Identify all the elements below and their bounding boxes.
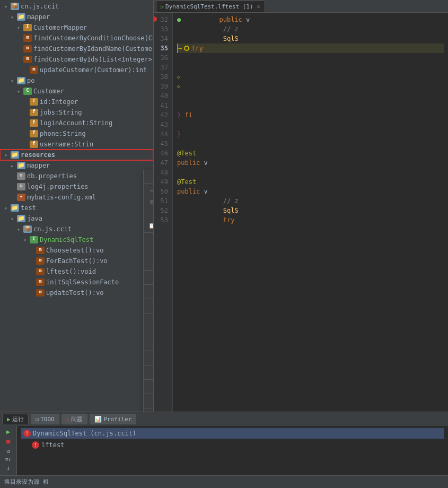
method-icon xyxy=(23,56,32,63)
menu-separator xyxy=(144,299,154,299)
menu-item-replace-in-files[interactable]: 在文件中替换(A)... xyxy=(144,257,154,269)
menu-item-analyze[interactable]: 分析(Z) ▶ xyxy=(144,272,154,283)
run-tree-item-dynamic-sql-test[interactable]: ! DynamicSqlTest (cn.js.ccit) xyxy=(21,428,444,439)
menu-separator xyxy=(144,394,154,394)
menu-item-optimize-imports[interactable]: 优化 import(Z) Ctrl+Alt+O xyxy=(144,326,154,338)
line-num-35: 35 xyxy=(154,43,168,53)
run-arrow-down-btn[interactable]: ↓ xyxy=(3,464,14,472)
tab-problems[interactable]: ⚠ 问题 xyxy=(62,414,88,424)
tree-item-cn-js-ccit-test[interactable]: cn.js.ccit xyxy=(0,224,153,234)
tree-item-init-sql[interactable]: initSqlSessionFacto xyxy=(0,277,153,287)
tree-item-id[interactable]: id:Integer xyxy=(0,97,153,107)
folder-icon xyxy=(11,204,19,212)
tab-profiler-label: Profiler xyxy=(103,416,131,423)
menu-item-reformat[interactable]: 重新格式化代码(R) Ctrl+Alt+L xyxy=(144,315,154,326)
menu-item-favorites[interactable]: 添加到收藏夹(A) ▶ xyxy=(144,300,154,312)
menu-item-cut[interactable]: ✂ 剪切(I) Ctrl+X xyxy=(144,185,154,196)
menu-separator xyxy=(144,183,154,184)
tree-item-customer-mapper[interactable]: CustomerMapper xyxy=(0,22,153,33)
code-line-36 xyxy=(177,53,444,63)
tree-item-customer-class[interactable]: Customer xyxy=(0,86,153,97)
tree-item-test[interactable]: test xyxy=(0,203,153,213)
menu-item-delete[interactable]: 删除(D)... Delete xyxy=(144,338,154,350)
arrow-icon xyxy=(4,205,11,211)
tree-item-update-customer[interactable]: updateCustomer(Customer):int xyxy=(0,65,153,75)
code-line-41 xyxy=(177,101,444,110)
line-num-52: 52 xyxy=(154,206,168,215)
tree-item-log4j[interactable]: log4j.properties xyxy=(0,181,153,192)
run-tree-item-lftest[interactable]: ! lftest xyxy=(21,440,444,450)
line-num-45: 45 xyxy=(154,139,168,149)
line-num-47: 47 xyxy=(154,158,168,168)
menu-separator xyxy=(144,270,154,271)
line-num-39: 39 xyxy=(154,82,168,91)
tree-item-lftest[interactable]: lftest():void xyxy=(0,266,153,277)
menu-item-new[interactable]: 新建 ▶ xyxy=(144,170,154,182)
menu-separator xyxy=(144,379,154,380)
arrow-icon xyxy=(17,89,23,94)
xml-icon xyxy=(17,194,25,201)
run-sidebar: ▶ ■ ↺ ≡↕ ↓ ↑ xyxy=(0,426,17,475)
copy-icon: ⧉ xyxy=(148,199,154,205)
field-icon xyxy=(30,109,38,116)
arrow-icon xyxy=(11,78,17,84)
line-num-34: 34 xyxy=(154,34,168,43)
tree-item-phone[interactable]: phone:String xyxy=(0,128,153,139)
menu-item-build-module[interactable]: 构建模块 'MyBatisDynamicSQL-unit3'(M) ▶ xyxy=(144,367,154,378)
menu-item-reload-from-disk[interactable]: ↻ 从磁盘重新加载 xyxy=(144,409,154,412)
arrow-icon xyxy=(4,152,11,158)
error-icon: ! xyxy=(23,430,31,437)
folder-icon xyxy=(11,151,19,159)
run-play-btn[interactable]: ▶ xyxy=(3,428,14,435)
tree-item-find-by-id-name[interactable]: findCustomerByIdandName(Customer):List<C… xyxy=(0,43,153,54)
tree-item-foreach-test[interactable]: ForEachTest():vo xyxy=(0,256,153,266)
tree-item-po[interactable]: po xyxy=(0,75,153,86)
code-content: ● public v // z SqlS → try xyxy=(173,13,448,412)
tree-item-username[interactable]: username:Strin xyxy=(0,139,153,150)
line-num-50: 50 xyxy=(154,187,168,196)
close-icon[interactable]: × xyxy=(257,4,260,10)
menu-item-paste[interactable]: 📋 粘贴(P) Ctrl+V xyxy=(144,220,154,231)
tree-item-jobs[interactable]: jobs:String xyxy=(0,107,153,118)
field-icon xyxy=(30,141,38,148)
run-stop-btn[interactable]: ■ xyxy=(3,438,14,445)
menu-item-local-history[interactable]: 本地历史记录(H) ▶ xyxy=(144,395,154,407)
menu-item-file-type[interactable]: 重写文件类型 xyxy=(144,352,154,364)
interface-icon xyxy=(23,24,32,31)
tree-item-mapper[interactable]: mapper xyxy=(0,12,153,22)
tree-item-login-account[interactable]: loginAccount:String xyxy=(0,118,153,128)
tree-item-db-properties[interactable]: db.properties xyxy=(0,171,153,181)
tab-todo[interactable]: ☑ TODO xyxy=(31,414,59,424)
menu-item-refactor[interactable]: 重构(R) ▶ xyxy=(144,286,154,298)
status-message: 将目录设为源 根 xyxy=(4,478,49,486)
tree-item-mybatis-config[interactable]: mybatis-config.xml xyxy=(0,192,153,203)
line-num-43: 43 xyxy=(154,120,168,129)
menu-item-copy-path[interactable]: 复制路径/引用... xyxy=(144,208,154,220)
menu-item-copy[interactable]: ⧉ 复制(C) Ctrl+C xyxy=(144,196,154,208)
run-rerun-btn[interactable]: ↺ xyxy=(3,447,14,455)
line-num-32: 32 xyxy=(154,15,168,24)
tree-item-find-by-condition[interactable]: findCustomerByConditionChoose(Customer):… xyxy=(0,33,153,43)
field-icon xyxy=(30,98,38,106)
run-tabs: ▶ 运行 ☑ TODO ⚠ 问题 📊 Profiler xyxy=(0,412,448,426)
editor-tab-dynamic-sql[interactable]: ▷ DynamicSqlTest.lftest (1) × xyxy=(156,1,265,12)
menu-item-open-in[interactable]: 打开于 ▶ xyxy=(144,381,154,393)
tree-item-cn-js-ccit[interactable]: cn.js.ccit xyxy=(0,1,153,12)
tree-item-update-test[interactable]: updateTest():vo xyxy=(0,287,153,298)
run-filter-btn[interactable]: ≡↕ xyxy=(3,457,14,462)
tree-item-find-by-ids[interactable]: findCustomerByIds(List<Integer>):List<Cu… xyxy=(0,54,153,65)
tree-item-dynamic-sql-test[interactable]: DynamicSqlTest xyxy=(0,234,153,245)
tree-item-choosetest[interactable]: Choosetest():vo xyxy=(0,245,153,256)
tab-run[interactable]: ▶ 运行 xyxy=(2,414,29,424)
code-line-48 xyxy=(177,168,444,177)
tree-item-java[interactable]: java xyxy=(0,213,153,224)
menu-item-find-in-files[interactable]: 在文件中查找... Ctrl+H xyxy=(144,246,154,257)
tree-item-mapper-res[interactable]: mapper xyxy=(0,160,153,171)
tab-profiler[interactable]: 📊 Profiler xyxy=(90,414,136,424)
code-line-37 xyxy=(177,63,444,72)
code-line-40 xyxy=(177,91,444,101)
tree-item-resources[interactable]: resources xyxy=(0,150,153,160)
folder-icon xyxy=(17,77,25,84)
menu-item-find-usages[interactable]: 查找用法(U) Ctrl+G xyxy=(144,234,154,246)
tab-run-label: 运行 xyxy=(12,415,24,423)
